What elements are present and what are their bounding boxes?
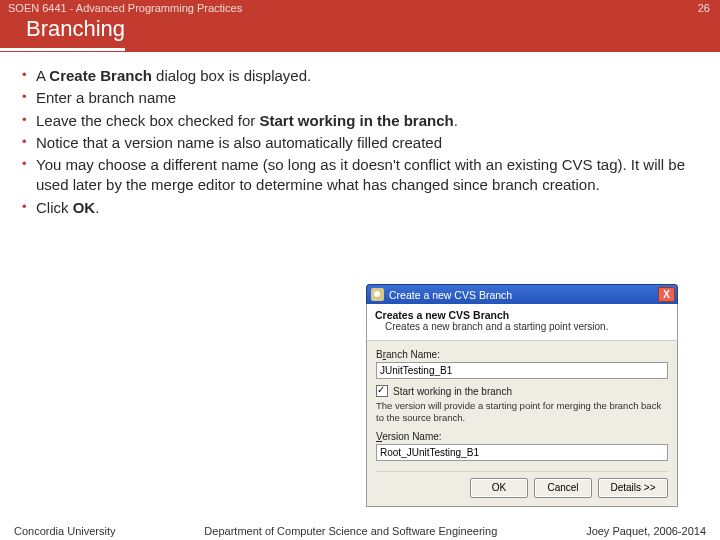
create-branch-dialog: Create a new CVS Branch X Creates a new … (366, 284, 678, 507)
close-button[interactable]: X (658, 287, 675, 302)
dialog-icon (371, 288, 384, 301)
cancel-button[interactable]: Cancel (534, 478, 592, 498)
dialog-header: Creates a new CVS Branch Creates a new b… (366, 304, 678, 341)
start-working-checkbox[interactable] (376, 385, 388, 397)
footer-center: Department of Computer Science and Softw… (204, 525, 497, 537)
version-name-label: Version Name: (376, 431, 668, 442)
bullet: Click OK. (22, 198, 698, 218)
branch-name-label: Branch Name: (376, 349, 668, 360)
dialog-subheading: Creates a new branch and a starting poin… (375, 321, 669, 332)
course-title: SOEN 6441 - Advanced Programming Practic… (0, 0, 720, 14)
ok-button[interactable]: OK (470, 478, 528, 498)
start-working-row[interactable]: Start working in the branch (376, 385, 668, 397)
bullet: Leave the check box checked for Start wo… (22, 111, 698, 131)
start-working-label: Start working in the branch (393, 386, 512, 397)
slide-number: 26 (698, 2, 710, 14)
dialog-title: Create a new CVS Branch (389, 289, 658, 301)
dialog-titlebar[interactable]: Create a new CVS Branch X (366, 284, 678, 304)
bullet: A Create Branch dialog box is displayed. (22, 66, 698, 86)
dialog-note: The version will provide a starting poin… (376, 400, 668, 424)
footer-right: Joey Paquet, 2006-2014 (586, 525, 706, 537)
bullet: Enter a branch name (22, 88, 698, 108)
dialog-button-row: OK Cancel Details >> (376, 471, 668, 498)
dialog-heading: Creates a new CVS Branch (375, 309, 669, 321)
slide-content: A Create Branch dialog box is displayed.… (0, 52, 720, 218)
bullet: You may choose a different name (so long… (22, 155, 698, 196)
footer-left: Concordia University (14, 525, 115, 537)
version-name-input[interactable] (376, 444, 668, 461)
slide-header: SOEN 6441 - Advanced Programming Practic… (0, 0, 720, 52)
slide-title: Branching (0, 16, 125, 51)
dialog-body: Branch Name: Start working in the branch… (366, 341, 678, 507)
details-button[interactable]: Details >> (598, 478, 668, 498)
slide-footer: Concordia University Department of Compu… (0, 525, 720, 537)
branch-name-input[interactable] (376, 362, 668, 379)
bullet: Notice that a version name is also autom… (22, 133, 698, 153)
